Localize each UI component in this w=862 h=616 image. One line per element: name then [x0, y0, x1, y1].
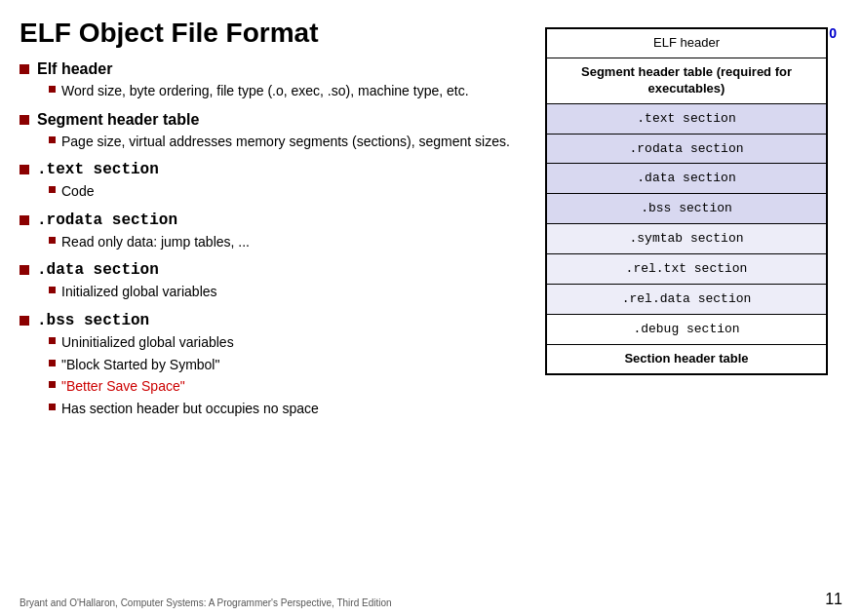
bullet-icon: [20, 165, 29, 174]
elf-row: Section header table: [547, 345, 826, 373]
elf-diagram: ELF headerSegment header table (required…: [545, 27, 828, 375]
bullet-icon: [20, 265, 29, 275]
elf-row: ELF header: [547, 29, 826, 58]
sub-item-text: "Block Started by Symbol": [61, 356, 219, 375]
section-heading-label: .bss section: [37, 312, 149, 329]
page-number: 11: [825, 591, 842, 608]
section-heading-label: .data section: [37, 261, 159, 279]
section-heading-label: Segment header table: [37, 111, 199, 129]
sub-item: "Better Save Space": [49, 377, 511, 397]
sub-item: Initialized global variables: [49, 283, 511, 302]
elf-row-text: .data section: [637, 171, 735, 185]
bullet-icon: [20, 316, 29, 326]
sub-bullet-icon: [49, 381, 56, 388]
sub-item: Code: [49, 182, 511, 202]
sub-bullet-icon: [49, 360, 56, 366]
sub-item-text: Initialized global variables: [61, 283, 217, 302]
sub-bullet-icon: [49, 237, 56, 244]
sub-item-text: Code: [61, 182, 94, 202]
section-heading: .bss section: [20, 312, 511, 329]
section-heading: .rodata section: [20, 212, 511, 229]
section-heading-label: .text section: [37, 161, 159, 178]
sub-bullet-icon: [49, 86, 56, 93]
elf-row: .rel.data section: [547, 285, 826, 315]
sub-item-text: Word size, byte ordering, file type (.o,…: [61, 82, 469, 101]
sub-item-text: Uninitialized global variables: [61, 333, 234, 353]
sub-item-text: Read only data: jump tables, ...: [61, 233, 250, 252]
sub-item: Uninitialized global variables: [49, 333, 511, 353]
left-panel: ELF Object File Format Elf headerWord si…: [20, 18, 530, 606]
elf-row-text: .symtab section: [629, 231, 743, 246]
main-container: ELF Object File Format Elf headerWord si…: [0, 0, 862, 616]
elf-row-text: .bss section: [641, 201, 732, 215]
right-panel: 0 ELF headerSegment header table (requir…: [530, 18, 842, 606]
elf-row: .symtab section: [547, 224, 826, 254]
sub-bullet-icon: [49, 287, 56, 293]
section-heading-label: .rodata section: [37, 212, 177, 229]
section-heading: .data section: [20, 261, 511, 279]
sub-item-text: Page size, virtual addresses memory segm…: [61, 133, 510, 152]
bullet-icon: [20, 215, 29, 225]
elf-row: .rodata section: [547, 135, 826, 165]
elf-row: .rel.txt section: [547, 254, 826, 285]
bullet-icon: [20, 64, 29, 74]
section-heading: .text section: [20, 161, 511, 178]
sub-bullet-icon: [49, 337, 56, 344]
sub-bullet-icon: [49, 136, 56, 143]
elf-row: .text section: [547, 104, 826, 135]
elf-row-text: .rel.txt section: [626, 261, 748, 276]
sub-bullet-icon: [49, 404, 56, 410]
bullet-icon: [20, 115, 29, 125]
elf-row-text: .rel.data section: [622, 291, 752, 306]
elf-row-text: .text section: [637, 111, 735, 126]
sub-bullet-icon: [49, 186, 56, 193]
sub-item: Word size, byte ordering, file type (.o,…: [49, 82, 511, 101]
page-title: ELF Object File Format: [20, 18, 511, 49]
elf-row: Segment header table (required for execu…: [547, 58, 826, 104]
sections-container: Elf headerWord size, byte ordering, file…: [20, 60, 511, 418]
elf-row: .data section: [547, 164, 826, 194]
sub-item: Has section header but occupies no space: [49, 400, 511, 419]
sub-item: Read only data: jump tables, ...: [49, 233, 511, 252]
sub-item-text: Has section header but occupies no space: [61, 400, 319, 419]
section-heading: Elf header: [20, 60, 511, 78]
elf-row-text: .rodata section: [629, 141, 743, 156]
sub-item: Page size, virtual addresses memory segm…: [49, 133, 511, 152]
sub-item-text: "Better Save Space": [61, 377, 185, 397]
elf-row: .debug section: [547, 315, 826, 345]
elf-row-text: .debug section: [633, 322, 739, 336]
section-heading-label: Elf header: [37, 60, 112, 78]
elf-row: .bss section: [547, 194, 826, 224]
zero-label: 0: [829, 25, 837, 41]
sub-item: "Block Started by Symbol": [49, 356, 511, 375]
section-heading: Segment header table: [20, 111, 511, 129]
bottom-text: Bryant and O'Hallaron, Computer Systems:…: [20, 597, 392, 608]
